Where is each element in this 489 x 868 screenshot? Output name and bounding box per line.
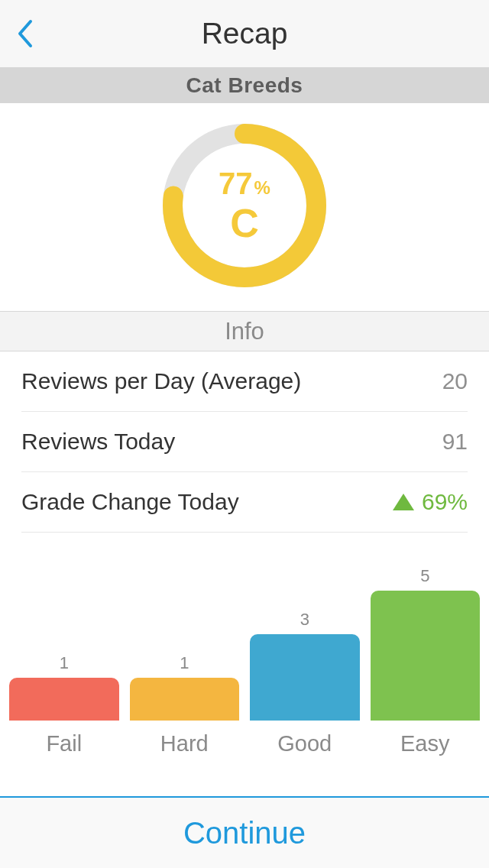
bar-category-label: Good [250,731,360,756]
continue-button[interactable]: Continue [183,816,306,850]
bar-category-label: Easy [371,731,481,756]
info-row-value: 91 [442,429,468,455]
info-row-label: Reviews per Day (Average) [21,368,301,394]
score-grade: C [230,203,259,243]
info-row-label: Grade Change Today [21,489,239,515]
bar [9,678,119,721]
back-button[interactable] [15,18,34,49]
info-row: Reviews Today 91 [21,412,468,472]
info-row-value: 69% [393,489,468,515]
triangle-up-icon [393,494,414,510]
results-chart: 1135 FailHardGoodEasy [0,533,489,756]
info-rows: Reviews per Day (Average) 20 Reviews Tod… [0,351,489,533]
bar-column: 5 [371,566,481,721]
page-title: Recap [202,17,288,50]
score-donut: 77% C [160,121,329,290]
chevron-left-icon [15,18,34,49]
info-row-value: 20 [442,368,468,394]
bar-column: 1 [9,653,119,721]
grade-change-value: 69% [422,489,468,515]
score-section: 77% C [0,103,489,311]
info-heading: Info [0,311,489,351]
bar-column: 3 [250,610,360,721]
info-row: Reviews per Day (Average) 20 [21,351,468,412]
info-row: Grade Change Today 69% [21,472,468,533]
info-row-label: Reviews Today [21,429,175,455]
bar-value-label: 5 [420,566,429,586]
header: Recap [0,0,489,67]
bar-value-label: 1 [180,653,189,673]
score-center: 77% C [160,121,329,290]
bar [371,591,481,721]
footer: Continue [0,796,489,868]
score-percent: 77% [219,168,270,199]
bar-value-label: 3 [300,610,309,630]
bar-category-label: Fail [9,731,119,756]
score-percent-symbol: % [254,179,270,197]
subtitle-bar: Cat Breeds [0,67,489,103]
bar-column: 1 [130,653,240,721]
bar-value-label: 1 [60,653,69,673]
deck-title: Cat Breeds [0,73,489,98]
bar-category-label: Hard [130,731,240,756]
score-percent-value: 77 [219,168,253,199]
bar [250,634,360,721]
bar [130,678,240,721]
